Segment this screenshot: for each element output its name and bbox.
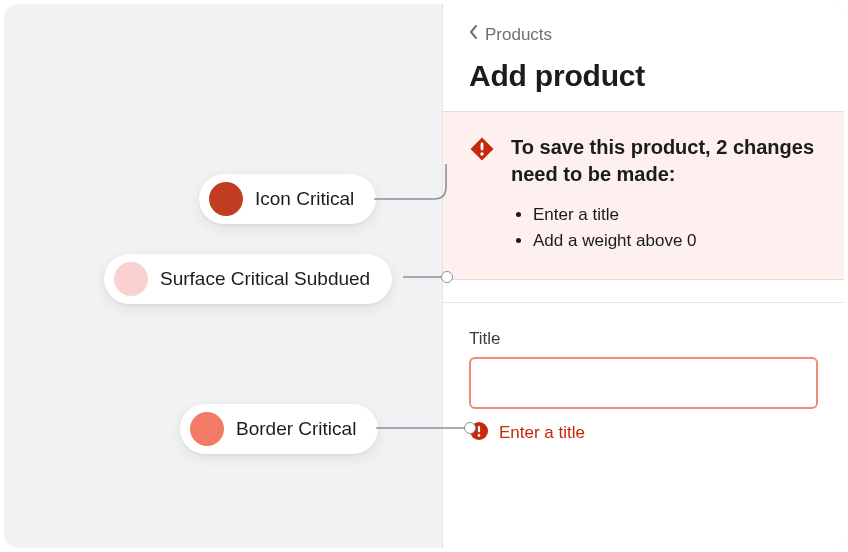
breadcrumb-label: Products (485, 25, 552, 45)
swatch-border-critical (190, 412, 224, 446)
design-canvas: Products Add product To save this produc… (4, 4, 844, 548)
connector-line (374, 164, 474, 214)
chevron-left-icon (469, 24, 479, 45)
annotation-surface-critical-subdued: Surface Critical Subdued (104, 254, 392, 304)
annotation-icon-critical: Icon Critical (199, 174, 376, 224)
connector-endpoint (441, 271, 453, 283)
title-field-label: Title (469, 329, 818, 349)
annotation-label: Icon Critical (255, 188, 354, 210)
title-inline-error: Enter a title (469, 421, 818, 446)
svg-point-1 (480, 152, 483, 155)
swatch-surface-critical-subdued (114, 262, 148, 296)
svg-point-4 (478, 434, 481, 437)
banner-body: To save this product, 2 changes need to … (511, 134, 814, 255)
title-input[interactable] (469, 357, 818, 409)
title-error-text: Enter a title (499, 423, 585, 443)
annotation-label: Border Critical (236, 418, 356, 440)
svg-rect-0 (481, 143, 484, 151)
svg-rect-3 (478, 425, 480, 432)
banner-list-item: Add a weight above 0 (533, 228, 814, 254)
swatch-icon-critical (209, 182, 243, 216)
product-card: Title Enter a title (443, 302, 844, 446)
connector-endpoint (464, 422, 476, 434)
page-title: Add product (469, 59, 818, 93)
annotation-label: Surface Critical Subdued (160, 268, 370, 290)
banner-title-line1: To save this product, 2 changes (511, 134, 814, 161)
panel-header: Products Add product (443, 4, 844, 111)
annotation-border-critical: Border Critical (180, 404, 378, 454)
critical-banner: To save this product, 2 changes need to … (443, 111, 844, 280)
banner-title: To save this product, 2 changes need to … (511, 134, 814, 188)
banner-title-line2: need to be made: (511, 161, 814, 188)
banner-list-item: Enter a title (533, 202, 814, 228)
app-panel: Products Add product To save this produc… (442, 4, 844, 548)
breadcrumb[interactable]: Products (469, 24, 552, 45)
connector-line (376, 423, 476, 433)
banner-list: Enter a title Add a weight above 0 (511, 202, 814, 255)
